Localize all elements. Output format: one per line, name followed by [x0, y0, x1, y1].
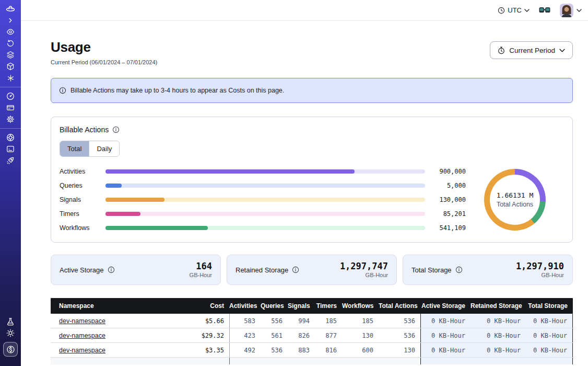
info-icon[interactable] — [292, 266, 299, 273]
cell-workflows: 600 — [342, 343, 379, 357]
bar-fill — [105, 198, 164, 202]
bar-label: Timers — [60, 210, 97, 218]
sidebar-divider — [0, 87, 21, 87]
terminal-window-icon[interactable] — [0, 143, 21, 155]
table-header-row: Namespace Cost Activities Queries Signal… — [51, 298, 573, 314]
info-icon[interactable] — [455, 266, 463, 273]
cell-activities: 583 — [229, 314, 261, 328]
bar-fill — [105, 212, 140, 216]
cell-timers: 877 — [315, 328, 342, 342]
col-header-activities: Activities — [229, 302, 261, 310]
bar-track — [105, 198, 425, 202]
col-header-queries: Queries — [261, 302, 288, 310]
bar-track — [105, 226, 425, 230]
chevron-down-icon — [524, 9, 530, 12]
cell-retained-storage: 0 KB-Hour — [471, 343, 526, 357]
settings-gear-icon[interactable] — [0, 113, 21, 125]
total-actions-label: Total Actions — [497, 201, 533, 208]
user-avatar — [560, 4, 573, 17]
info-icon[interactable] — [112, 126, 120, 133]
usage-dollar-coin-icon[interactable] — [3, 342, 18, 357]
bar-label: Activities — [60, 168, 97, 175]
cell-timers: 185 — [315, 314, 342, 328]
donut-center: 1.66131 M Total Actions — [484, 169, 546, 231]
cell-total-actions: 536 — [379, 328, 420, 342]
cell-timers: 816 — [315, 343, 342, 357]
info-icon — [59, 87, 66, 94]
total-storage-value: 1,297,910 — [516, 261, 564, 272]
col-header-signals: Signals — [288, 302, 315, 310]
cell-signals: 994 — [288, 314, 315, 328]
bar-value: 85,201 — [432, 210, 466, 218]
active-storage-unit: GB-Hour — [190, 272, 212, 278]
cell-retained-storage: 0 KB-Hour — [471, 314, 526, 328]
billable-actions-title: Billable Actions — [60, 125, 564, 134]
account-menu[interactable] — [560, 4, 582, 17]
bar-track — [105, 212, 425, 216]
info-banner-text: Billable Actions may take up to 3-4 hour… — [70, 87, 284, 94]
timezone-label: UTC — [508, 6, 522, 14]
retained-storage-label: Retained Storage — [236, 266, 288, 274]
eye-icon[interactable] — [0, 26, 21, 38]
retained-storage-card: Retained Storage 1,297,747 GB-Hour — [227, 255, 397, 285]
flask-icon[interactable] — [0, 316, 21, 327]
retained-storage-value: 1,297,747 — [340, 261, 388, 272]
total-storage-unit: GB-Hour — [516, 272, 564, 278]
bar-row-activities: Activities 900,000 — [60, 164, 466, 178]
cell-queries: 536 — [261, 343, 288, 357]
period-dropdown-button[interactable]: Current Period — [490, 41, 573, 59]
cell-activities: 492 — [229, 343, 261, 357]
bar-row-workflows: Workflows 541,109 — [60, 221, 466, 235]
cell-queries: 556 — [261, 314, 288, 328]
retained-storage-unit: GB-Hour — [340, 272, 388, 278]
cell-total-storage: 0 KB-Hour — [526, 343, 573, 357]
gauge-icon[interactable] — [0, 90, 21, 102]
goggles-icon[interactable] — [539, 7, 550, 14]
namespace-link[interactable]: dev-namespace — [59, 332, 105, 339]
namespace-link[interactable]: dev-namespace — [59, 317, 105, 325]
col-header-namespace: Namespace — [51, 302, 189, 310]
chevron-down-icon — [559, 49, 565, 52]
lifebuoy-icon[interactable] — [0, 132, 21, 143]
bar-row-queries: Queries 5,000 — [60, 178, 466, 192]
tab-total[interactable]: Total — [60, 141, 89, 156]
sidebar-divider — [0, 128, 21, 129]
clock-icon — [498, 7, 505, 14]
info-banner: Billable Actions may take up to 3-4 hour… — [51, 78, 573, 103]
history-clock-icon[interactable] — [0, 38, 21, 49]
topbar: UTC — [21, 0, 588, 21]
credit-card-icon[interactable] — [0, 102, 21, 113]
billable-actions-title-text: Billable Actions — [60, 125, 109, 134]
timezone-selector[interactable]: UTC — [498, 6, 530, 14]
cell-total-actions: 536 — [379, 314, 420, 328]
bar-fill — [105, 184, 122, 188]
asterisk-icon[interactable] — [0, 72, 21, 84]
namespace-link[interactable]: dev-namespace — [59, 347, 105, 354]
page-title: Usage — [51, 39, 157, 55]
bar-value: 130,000 — [432, 196, 466, 203]
cell-total-storage: 0 KB-Hour — [526, 314, 573, 328]
layers-icon[interactable] — [0, 49, 21, 61]
tab-daily[interactable]: Daily — [89, 141, 119, 156]
info-icon[interactable] — [108, 266, 115, 273]
table-row: dev-namespace $5.66 583 556 994 185 185 … — [51, 314, 573, 328]
sun-icon[interactable] — [0, 327, 21, 339]
total-actions-donut-wrap: 1.66131 M Total Actions — [466, 169, 564, 231]
bar-value: 900,000 — [432, 168, 466, 175]
cell-queries: 561 — [261, 328, 288, 342]
period-dropdown-label: Current Period — [509, 47, 555, 54]
rocket-icon[interactable] — [0, 155, 21, 166]
chevron-down-icon — [577, 9, 582, 12]
cell-cost: $5.66 — [189, 314, 229, 328]
cell-workflows: 185 — [342, 314, 379, 328]
col-header-retained-storage: Retained Storage — [471, 302, 526, 310]
cell-cost: $29.32 — [189, 328, 229, 342]
col-header-total-actions: Total Actions — [379, 302, 420, 310]
bar-label: Signals — [60, 196, 97, 203]
bar-label: Queries — [60, 182, 97, 189]
bar-row-timers: Timers 85,201 — [60, 207, 466, 221]
cube-icon[interactable] — [0, 61, 21, 72]
collapse-chevron-right-icon[interactable] — [0, 15, 21, 26]
bar-label: Workflows — [60, 224, 97, 232]
temporal-logo-icon[interactable] — [0, 3, 21, 15]
